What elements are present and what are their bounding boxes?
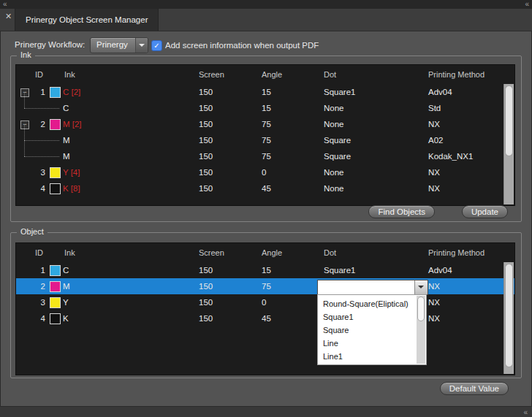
ink-color-swatch <box>50 167 61 178</box>
panel-bottom-strip: « <box>0 406 532 417</box>
col-header-ink: Ink <box>64 65 75 84</box>
cell-angle: 75 <box>262 132 271 148</box>
ink-row-y[interactable]: 3 Y [4] 150 0 None NX <box>16 164 514 180</box>
ink-table-scrollbar[interactable] <box>503 84 514 204</box>
col-header-dot: Dot <box>324 65 336 84</box>
cell-dot: Square1 <box>324 262 355 278</box>
col-header-id: ID <box>35 65 43 84</box>
cell-screen: 150 <box>199 132 213 148</box>
cell-ink: M <box>63 132 70 148</box>
cell-method: Kodak_NX1 <box>428 148 473 164</box>
cell-ink: Y <box>63 294 69 310</box>
cell-method: Std <box>428 100 441 116</box>
cell-angle: 15 <box>262 262 271 278</box>
ink-row-c[interactable]: − 1 C [2] 150 15 Square1 Adv04 <box>16 84 514 100</box>
col-header-method: Printing Method <box>428 65 484 84</box>
ink-table-header: ID Ink Screen Angle Dot Printing Method <box>16 65 514 84</box>
ink-child-row[interactable]: M 150 75 Square A02 <box>16 132 514 148</box>
ink-group: Ink ID Ink Screen Angle Dot Printing Met… <box>10 56 522 222</box>
ink-child-row[interactable]: M 150 75 Square Kodak_NX1 <box>16 148 514 164</box>
col-header-dot: Dot <box>324 243 336 262</box>
cell-dot: Square1 <box>324 84 355 100</box>
cell-screen: 150 <box>199 310 213 326</box>
cell-id: 2 <box>34 278 45 294</box>
cell-screen: 150 <box>199 164 213 180</box>
object-group: Object ID Ink Screen Angle Dot Printing … <box>10 232 522 378</box>
cell-method: Adv04 <box>428 84 452 100</box>
object-row-k[interactable]: 4 K 150 45 NX <box>16 310 514 326</box>
dropdown-option[interactable]: Square1 <box>318 310 426 324</box>
ink-child-row[interactable]: C 150 15 None Std <box>16 100 514 116</box>
cell-method: A02 <box>428 132 443 148</box>
scrollbar-thumb[interactable] <box>417 297 425 321</box>
find-objects-button[interactable]: Find Objects <box>368 205 435 218</box>
prinergy-panel: « « ✕ Prinergy Object Screen Manager Pri… <box>0 0 532 417</box>
cell-id: 4 <box>34 180 45 196</box>
dropdown-scrollbar[interactable] <box>417 296 425 364</box>
collapse-right-icon[interactable]: « <box>525 0 529 9</box>
col-header-angle: Angle <box>262 243 282 262</box>
dropdown-option[interactable]: Line1 <box>318 350 426 363</box>
ink-group-title: Ink <box>17 50 35 59</box>
ink-color-swatch <box>50 183 61 194</box>
combobox-dropdown-button[interactable] <box>414 280 428 294</box>
cell-method: NX <box>428 294 440 310</box>
cell-screen: 150 <box>199 148 213 164</box>
close-icon[interactable]: ✕ <box>5 12 12 21</box>
tree-collapse-icon[interactable]: − <box>20 120 29 129</box>
cell-method: NX <box>428 180 440 196</box>
object-row-y[interactable]: 3 Y 150 0 NX <box>16 294 514 310</box>
cell-angle: 45 <box>262 310 271 326</box>
dropdown-option[interactable]: Line <box>318 337 426 350</box>
ink-color-swatch <box>50 265 61 276</box>
ink-table: ID Ink Screen Angle Dot Printing Method … <box>15 64 515 206</box>
col-header-ink: Ink <box>64 243 75 262</box>
workflow-dropdown[interactable]: Prinergy <box>90 37 148 53</box>
cell-dot: None <box>324 164 344 180</box>
col-header-screen: Screen <box>199 243 224 262</box>
checkmark-icon: ✓ <box>152 41 162 50</box>
ink-color-swatch <box>50 313 61 324</box>
cell-method: NX <box>428 164 440 180</box>
tab-title: Prinergy Object Screen Manager <box>26 15 148 24</box>
cell-id: 3 <box>34 294 45 310</box>
ink-row-m[interactable]: − 2 M [2] 150 75 None NX <box>16 116 514 132</box>
object-table-scrollbar[interactable] <box>503 262 514 374</box>
col-header-id: ID <box>35 243 43 262</box>
scrollbar-thumb[interactable] <box>505 85 513 156</box>
cell-ink: K [8] <box>63 180 80 196</box>
pdf-info-checkbox[interactable]: ✓ <box>151 40 162 51</box>
ink-color-swatch <box>50 87 61 98</box>
dropdown-option[interactable]: Round-Square(Eliptical) <box>318 297 426 310</box>
col-header-screen: Screen <box>199 65 224 84</box>
ink-row-k[interactable]: 4 K [8] 150 45 None NX <box>16 180 514 196</box>
cell-dot: Square <box>324 148 351 164</box>
tab-bar: ✕ Prinergy Object Screen Manager <box>0 9 532 31</box>
object-group-title: Object <box>17 227 48 236</box>
dropdown-option[interactable]: Square <box>318 324 426 337</box>
cell-dot: None <box>324 100 344 116</box>
collapse-left-icon[interactable]: « <box>3 0 7 9</box>
cell-method: NX <box>428 278 440 294</box>
cell-angle: 75 <box>262 278 271 294</box>
tree-collapse-icon[interactable]: − <box>20 88 29 97</box>
update-button[interactable]: Update <box>462 205 508 218</box>
object-row-c[interactable]: 1 C 150 15 Square1 Adv04 <box>16 262 514 278</box>
object-table: ID Ink Screen Angle Dot Printing Method … <box>15 242 515 375</box>
cell-screen: 150 <box>199 116 213 132</box>
collapse-bottom-right-icon[interactable]: « <box>523 408 528 417</box>
cell-screen: 150 <box>199 180 213 196</box>
ink-color-swatch <box>50 281 61 292</box>
cell-ink: C <box>63 100 69 116</box>
cell-ink: M [2] <box>63 116 82 132</box>
cell-id: 1 <box>34 262 45 278</box>
cell-angle: 0 <box>262 294 266 310</box>
default-value-button[interactable]: Default Value <box>440 382 509 395</box>
chevron-down-icon <box>418 286 424 288</box>
object-row-m-selected[interactable]: 2 M 150 75 NX <box>16 278 514 294</box>
scrollbar-thumb[interactable] <box>505 264 513 367</box>
dot-combobox[interactable] <box>317 280 428 295</box>
panel-tab[interactable]: Prinergy Object Screen Manager <box>15 9 159 31</box>
cell-angle: 15 <box>262 100 271 116</box>
cell-angle: 45 <box>262 180 271 196</box>
